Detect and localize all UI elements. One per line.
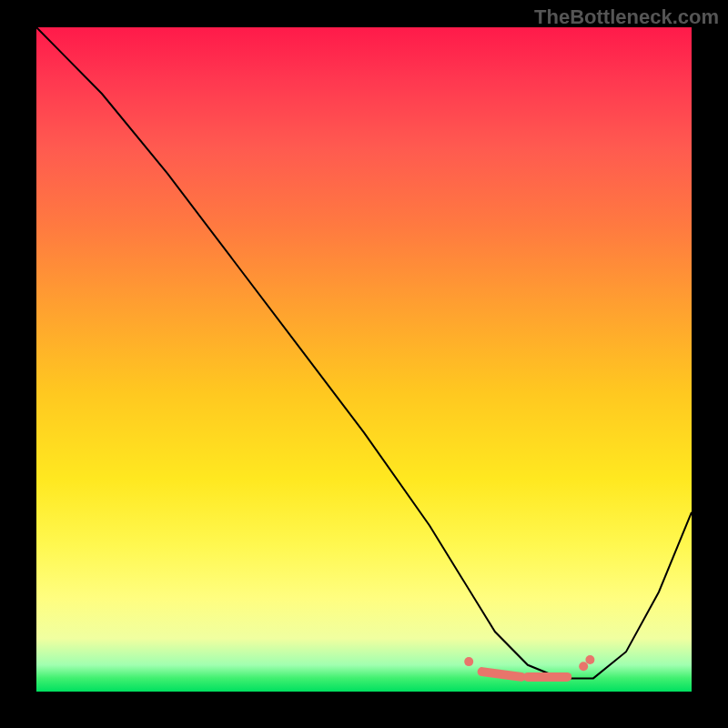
marker-dot — [579, 662, 588, 671]
marker-dot — [585, 655, 594, 664]
curve-line — [36, 27, 692, 678]
plot-area — [36, 27, 692, 692]
chart-svg — [36, 27, 692, 692]
watermark: TheBottleneck.com — [534, 5, 719, 29]
marker-dot — [464, 657, 473, 666]
marker-segment — [482, 672, 521, 677]
